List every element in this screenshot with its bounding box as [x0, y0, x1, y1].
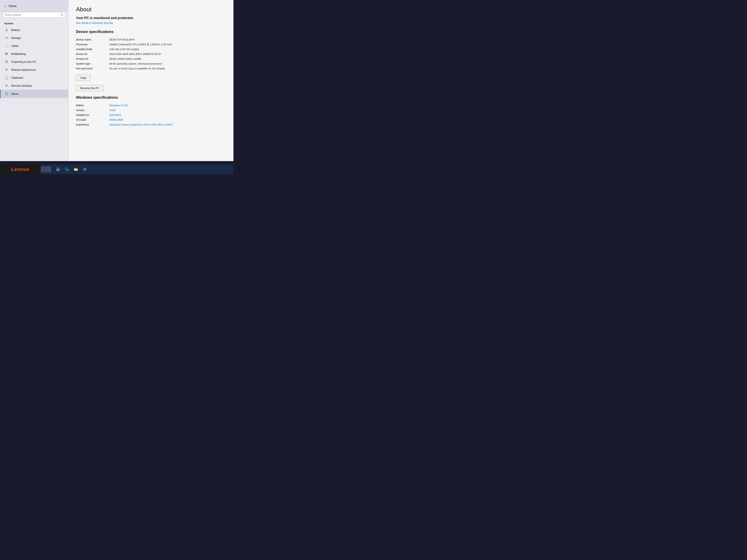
main-content: About Your PC is monitored and protected…	[69, 0, 233, 161]
spec-row-edition: Edition Windows 10 Pro	[76, 103, 226, 108]
lenovo-branding: Lenovo	[0, 164, 41, 174]
sidebar-item-shared[interactable]: ✕ Shared experiences	[0, 66, 68, 74]
battery-icon: 🔋	[4, 28, 8, 32]
spec-value-system-type: 64-bit operating system, x64-based proce…	[109, 62, 162, 65]
spec-value-device-id: 04D21949-A826-4661-B3F1-668B07D72F2F	[109, 53, 161, 56]
sidebar-item-tablet-label: Tablet	[11, 44, 19, 47]
home-label: Home	[9, 4, 17, 8]
sidebar-item-tablet[interactable]: ⬜ Tablet	[0, 42, 68, 50]
sidebar-item-clipboard[interactable]: 📋 Clipboard	[0, 74, 68, 82]
taskbar-icons	[54, 164, 89, 174]
windows-specs-table: Edition Windows 10 Pro Version 22H2 Inst…	[76, 103, 226, 127]
spec-label-os-build: OS build	[76, 118, 109, 121]
taskbar-edge[interactable]	[63, 164, 71, 174]
storage-icon: ━	[4, 36, 8, 40]
multitasking-icon: ⊞	[4, 52, 8, 56]
spec-row-installed-on: Installed on 9/25/2023	[76, 113, 226, 117]
system-section-label: System	[0, 21, 68, 26]
spec-row-os-build: OS build 19045.2965	[76, 117, 226, 122]
search-icon[interactable]: 🔍	[60, 14, 63, 16]
spec-value-version: 22H2	[109, 109, 115, 112]
sidebar-item-clipboard-label: Clipboard	[11, 76, 23, 79]
spec-value-installed-on: 9/25/2023	[109, 113, 121, 116]
spec-row-device-id: Device ID 04D21949-A826-4661-B3F1-668B07…	[76, 52, 226, 56]
sidebar-item-shared-label: Shared experiences	[11, 68, 36, 71]
spec-row-product-id: Product ID 00331-10000-00001-AA880	[76, 56, 226, 61]
spec-row-device-name: Device name DESKTOP-B1SLMFH	[76, 37, 226, 42]
sidebar-item-storage[interactable]: ━ Storage	[0, 34, 68, 42]
remote-icon: ✕	[4, 84, 8, 87]
sidebar-item-remote[interactable]: ✕ Remote Desktop	[0, 82, 68, 90]
svg-rect-6	[56, 170, 57, 171]
sidebar-item-multitasking-label: Multitasking	[11, 52, 26, 55]
home-nav-item[interactable]: ⌂ Home	[0, 0, 68, 12]
shared-icon: ✕	[4, 68, 8, 72]
taskbar-settings[interactable]	[81, 164, 89, 174]
spec-row-processor: Processor Intel(R) Celeron(R) CPU N3050 …	[76, 42, 226, 47]
spec-label-pen-touch: Pen and touch	[76, 67, 109, 70]
spec-row-version: Version 22H2	[76, 108, 226, 113]
sidebar-item-remote-label: Remote Desktop	[11, 84, 32, 87]
windows-specs-title: Windows specifications	[76, 96, 226, 100]
spec-value-processor: Intel(R) Celeron(R) CPU N3050 @ 1.60GHz …	[109, 43, 172, 46]
sidebar-item-battery[interactable]: 🔋 Battery	[0, 26, 68, 34]
search-input[interactable]	[5, 14, 59, 16]
spec-label-version: Version	[76, 109, 109, 112]
spec-row-pen-touch: Pen and touch No pen or touch input is a…	[76, 66, 226, 71]
spec-label-installed-on: Installed on	[76, 113, 109, 116]
device-specs-table: Device name DESKTOP-B1SLMFH Processor In…	[76, 37, 226, 71]
spec-value-pen-touch: No pen or touch input is available for t…	[109, 67, 165, 70]
home-icon: ⌂	[4, 4, 6, 8]
spec-label-device-name: Device name	[76, 38, 109, 41]
sidebar-item-projecting-label: Projecting to this PC	[11, 60, 36, 63]
svg-rect-4	[56, 168, 58, 170]
spec-value-experience: Windows Feature Experience Pack 1000.190…	[109, 123, 173, 126]
spec-label-experience: Experience	[76, 123, 109, 126]
sidebar-item-about[interactable]: ⓘ About	[0, 90, 68, 98]
spec-label-device-id: Device ID	[76, 53, 109, 56]
sidebar-item-multitasking[interactable]: ⊞ Multitasking	[0, 50, 68, 58]
about-icon: ⓘ	[4, 92, 8, 96]
protection-status: Your PC is monitored and protected.	[76, 16, 226, 20]
sidebar-item-battery-label: Battery	[11, 28, 20, 31]
svg-rect-5	[58, 168, 60, 170]
taskbar-file-explorer[interactable]	[72, 164, 80, 174]
projecting-icon: ⊡	[4, 60, 8, 64]
spec-row-ram: Installed RAM 4.00 GB (3.85 GB usable)	[76, 47, 226, 52]
spec-label-product-id: Product ID	[76, 57, 109, 60]
spec-value-os-build: 19045.2965	[109, 118, 123, 121]
device-specs-title: Device specifications	[76, 30, 226, 34]
taskbar-task-view[interactable]	[54, 164, 62, 174]
svg-rect-7	[57, 170, 58, 171]
spec-row-experience: Experience Windows Feature Experience Pa…	[76, 122, 226, 127]
clipboard-icon: 📋	[4, 76, 8, 80]
sidebar-item-projecting[interactable]: ⊡ Projecting to this PC	[0, 58, 68, 66]
spec-value-device-name: DESKTOP-B1SLMFH	[109, 38, 134, 41]
search-box[interactable]: 🔍	[3, 12, 66, 18]
sidebar-item-storage-label: Storage	[11, 36, 21, 39]
svg-point-9	[84, 169, 85, 170]
tablet-icon: ⬜	[4, 44, 8, 48]
spec-value-ram: 4.00 GB (3.85 GB usable)	[109, 48, 139, 51]
lenovo-label: Lenovo	[11, 166, 29, 172]
page-title: About	[76, 6, 226, 13]
spec-value-product-id: 00331-10000-00001-AA880	[109, 57, 141, 60]
copy-button[interactable]: Copy	[76, 75, 91, 81]
rename-pc-button[interactable]: Rename this PC	[76, 85, 103, 91]
security-link[interactable]: See details in Windows Security	[76, 22, 226, 24]
sidebar: ⌂ Home 🔍 System 🔋 Battery ━ Storage ⬜ Ta…	[0, 0, 69, 161]
svg-rect-8	[58, 170, 59, 171]
spec-label-processor: Processor	[76, 43, 109, 46]
spec-label-edition: Edition	[76, 104, 109, 107]
spec-label-system-type: System type	[76, 62, 109, 65]
spec-value-edition: Windows 10 Pro	[109, 104, 128, 107]
spec-label-ram: Installed RAM	[76, 48, 109, 51]
spec-row-system-type: System type 64-bit operating system, x64…	[76, 61, 226, 66]
sidebar-item-about-label: About	[11, 92, 18, 96]
